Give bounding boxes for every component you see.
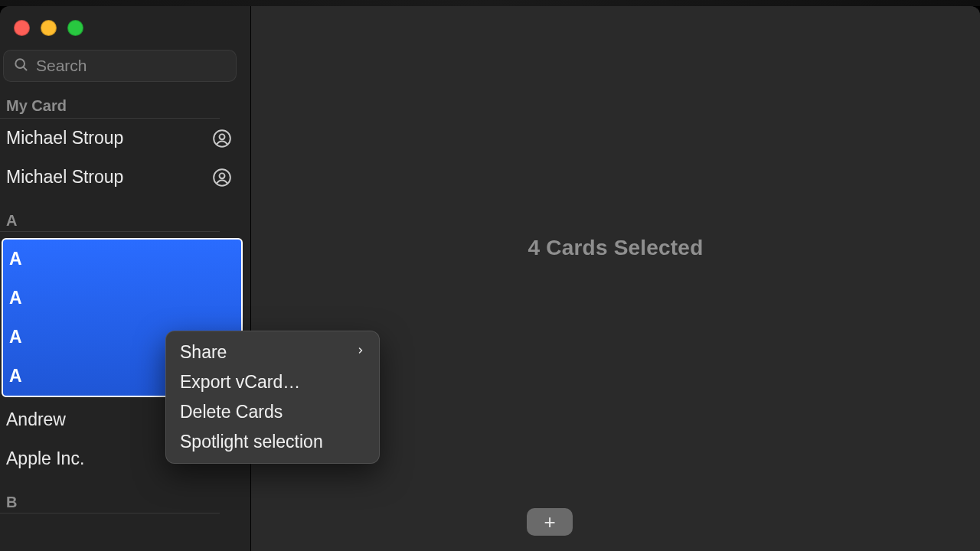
contact-row-mycard-0[interactable]: Michael Stroup: [0, 119, 250, 158]
person-circle-icon: [212, 168, 232, 187]
window-controls: [0, 6, 250, 36]
selected-contact-1[interactable]: A: [3, 279, 241, 318]
contact-name: Michael Stroup: [6, 167, 123, 187]
chevron-right-icon: [356, 344, 365, 360]
context-item-label: Share: [180, 342, 227, 363]
fullscreen-window-button[interactable]: [67, 20, 83, 36]
contact-name: Andrew: [6, 409, 66, 430]
svg-point-2: [214, 130, 230, 147]
context-item-spotlight-selection[interactable]: Spotlight selection: [166, 427, 379, 457]
search-wrap: [3, 36, 250, 90]
search-input[interactable]: [36, 57, 237, 75]
selected-contact-0[interactable]: A: [3, 240, 241, 279]
search-icon: [13, 57, 28, 75]
svg-point-5: [220, 173, 225, 178]
svg-line-1: [24, 67, 27, 70]
svg-point-4: [214, 169, 230, 186]
selection-status: 4 Cards Selected: [528, 236, 704, 260]
screenshot-top-strip: [0, 0, 980, 6]
svg-point-3: [220, 134, 225, 139]
minimize-window-button[interactable]: [41, 20, 57, 36]
contact-name: Apple Inc.: [6, 448, 84, 469]
search-field[interactable]: [3, 50, 237, 82]
section-header-A: A: [0, 207, 220, 232]
context-item-label: Spotlight selection: [180, 432, 323, 452]
contact-row-mycard-1[interactable]: Michael Stroup: [0, 158, 250, 197]
context-item-label: Export vCard…: [180, 372, 300, 393]
detail-pane: 4 Cards Selected +: [251, 6, 980, 551]
plus-icon: +: [544, 510, 555, 534]
person-circle-icon: [212, 129, 232, 148]
context-item-export-vcard[interactable]: Export vCard…: [166, 367, 379, 397]
context-menu[interactable]: Share Export vCard… Delete Cards Spotlig…: [165, 331, 380, 464]
contact-name: Michael Stroup: [6, 128, 123, 148]
context-item-label: Delete Cards: [180, 402, 283, 422]
context-item-share[interactable]: Share: [166, 337, 379, 367]
add-contact-button[interactable]: +: [527, 508, 573, 536]
section-header-B: B: [0, 489, 220, 514]
close-window-button[interactable]: [14, 20, 30, 36]
contacts-window: My Card Michael Stroup Michael Stroup A …: [0, 6, 980, 551]
sidebar: My Card Michael Stroup Michael Stroup A …: [0, 6, 251, 551]
context-item-delete-cards[interactable]: Delete Cards: [166, 397, 379, 427]
section-header-my-card: My Card: [0, 90, 220, 119]
